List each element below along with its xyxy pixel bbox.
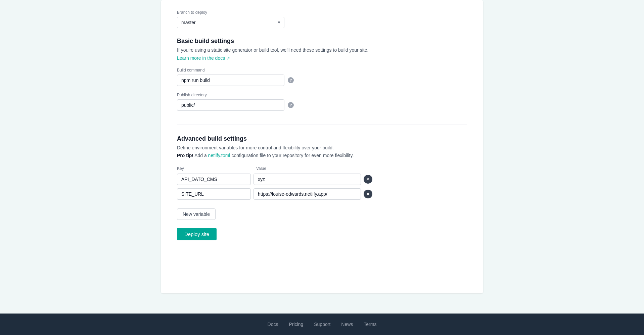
branch-select-wrapper: master main develop staging ▼ <box>177 17 284 28</box>
deploy-button-wrapper: Deploy site <box>177 220 467 240</box>
env-key-input-2[interactable] <box>177 188 251 200</box>
basic-build-description: If you're using a static site generator … <box>177 47 467 54</box>
footer-link-docs[interactable]: Docs <box>268 322 278 327</box>
footer-nav: Docs Pricing Support News Terms <box>0 322 644 327</box>
basic-build-title: Basic build settings <box>177 38 467 45</box>
env-vars-section: Key Value ✕ ✕ <box>177 166 467 200</box>
publish-directory-group: Publish directory ? <box>177 93 467 111</box>
env-var-row: ✕ <box>177 188 467 200</box>
footer-link-support[interactable]: Support <box>314 322 330 327</box>
key-column-header: Key <box>177 166 251 171</box>
pro-tip-prefix: Add a <box>194 153 208 158</box>
remove-env-var-button-2[interactable]: ✕ <box>364 190 372 198</box>
basic-build-section: Basic build settings If you're using a s… <box>177 38 467 111</box>
advanced-build-section: Advanced build settings Define environme… <box>177 124 467 240</box>
pro-tip-suffix: configuration file to your repository fo… <box>231 153 354 158</box>
pro-tip-text: Pro tip! Add a netlify.toml configuratio… <box>177 153 467 158</box>
footer-link-pricing[interactable]: Pricing <box>289 322 303 327</box>
netlify-toml-link[interactable]: netlify.toml <box>208 153 230 158</box>
build-command-input[interactable] <box>177 75 284 86</box>
build-command-group: Build command ? <box>177 68 467 86</box>
footer: Docs Pricing Support News Terms <box>0 314 644 335</box>
build-command-label: Build command <box>177 68 467 73</box>
learn-more-link[interactable]: Learn more in the docs <box>177 55 230 61</box>
main-card: Branch to deploy master main develop sta… <box>161 0 483 293</box>
pro-tip-bold: Pro tip! <box>177 153 193 158</box>
advanced-build-title: Advanced build settings <box>177 135 467 142</box>
env-var-row: ✕ <box>177 174 467 185</box>
branch-deploy-section: Branch to deploy master main develop sta… <box>177 10 467 28</box>
footer-link-terms[interactable]: Terms <box>364 322 376 327</box>
build-command-help-icon[interactable]: ? <box>288 77 294 83</box>
branch-select[interactable]: master main develop staging <box>177 17 284 28</box>
new-variable-button[interactable]: New variable <box>177 208 216 220</box>
publish-directory-input-wrapper: ? <box>177 99 467 111</box>
publish-directory-input[interactable] <box>177 99 284 111</box>
env-value-input-1[interactable] <box>254 174 361 185</box>
value-column-header: Value <box>256 166 364 171</box>
footer-link-news[interactable]: News <box>341 322 353 327</box>
deploy-site-button[interactable]: Deploy site <box>177 228 217 240</box>
build-command-input-wrapper: ? <box>177 75 467 86</box>
env-vars-header: Key Value <box>177 166 467 171</box>
advanced-build-description: Define environment variables for more co… <box>177 144 467 151</box>
publish-directory-help-icon[interactable]: ? <box>288 102 294 108</box>
publish-directory-label: Publish directory <box>177 93 467 97</box>
remove-env-var-button-1[interactable]: ✕ <box>364 175 372 184</box>
branch-label: Branch to deploy <box>177 10 467 15</box>
env-value-input-2[interactable] <box>254 188 361 200</box>
env-key-input-1[interactable] <box>177 174 251 185</box>
